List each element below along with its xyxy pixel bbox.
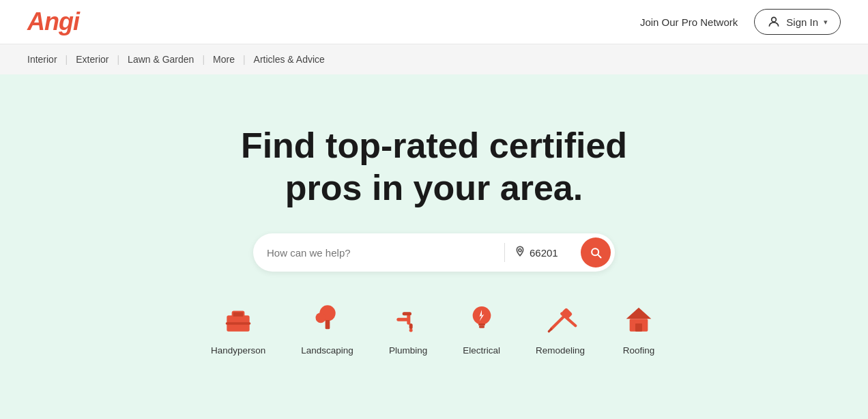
bulb-icon bbox=[463, 302, 500, 338]
nav-item-exterior[interactable]: Exterior bbox=[68, 54, 117, 65]
category-label-plumbing: Plumbing bbox=[389, 345, 427, 356]
category-label-handyperson: Handyperson bbox=[211, 345, 265, 356]
category-roofing[interactable]: Roofing bbox=[620, 302, 657, 356]
category-handyperson[interactable]: Handyperson bbox=[211, 302, 265, 356]
svg-rect-9 bbox=[407, 315, 410, 325]
category-label-remodeling: Remodeling bbox=[536, 345, 585, 356]
category-remodeling[interactable]: Remodeling bbox=[536, 302, 585, 356]
search-icon bbox=[589, 246, 603, 259]
search-bar bbox=[253, 233, 615, 272]
svg-rect-15 bbox=[478, 326, 484, 328]
category-label-roofing: Roofing bbox=[623, 345, 655, 356]
search-button[interactable] bbox=[581, 237, 611, 268]
category-label-landscaping: Landscaping bbox=[301, 345, 353, 356]
hero-title: Find top-rated certified pros in your ar… bbox=[241, 124, 627, 210]
header: Angi Join Our Pro Network Sign In ▾ bbox=[0, 0, 868, 44]
svg-point-12 bbox=[409, 329, 413, 332]
svg-rect-3 bbox=[233, 312, 244, 317]
location-section bbox=[515, 246, 574, 259]
svg-rect-11 bbox=[409, 323, 413, 329]
sign-in-button[interactable]: Sign In ▾ bbox=[754, 9, 841, 35]
category-landscaping[interactable]: Landscaping bbox=[301, 302, 353, 356]
search-input[interactable] bbox=[267, 247, 495, 259]
svg-rect-10 bbox=[403, 313, 411, 316]
svg-line-18 bbox=[549, 330, 551, 332]
location-input[interactable] bbox=[530, 247, 574, 259]
svg-rect-14 bbox=[478, 323, 485, 326]
navigation: Interior | Exterior | Lawn & Garden | Mo… bbox=[0, 44, 868, 74]
categories-row: Handyperson Landscaping bbox=[211, 302, 657, 356]
nav-item-interior[interactable]: Interior bbox=[27, 54, 66, 65]
join-network-link[interactable]: Join Our Pro Network bbox=[640, 16, 738, 28]
category-electrical[interactable]: Electrical bbox=[463, 302, 500, 356]
house-icon bbox=[620, 302, 657, 338]
briefcase-icon bbox=[220, 302, 257, 338]
svg-rect-23 bbox=[635, 323, 642, 332]
svg-point-0 bbox=[772, 17, 777, 22]
svg-rect-4 bbox=[226, 323, 251, 325]
hammer-icon bbox=[542, 302, 579, 338]
sign-in-label: Sign In bbox=[786, 16, 818, 28]
search-divider bbox=[504, 243, 505, 262]
svg-point-7 bbox=[315, 313, 326, 323]
header-right: Join Our Pro Network Sign In ▾ bbox=[640, 9, 841, 35]
svg-rect-6 bbox=[325, 320, 330, 329]
category-plumbing[interactable]: Plumbing bbox=[389, 302, 427, 356]
nav-item-lawn[interactable]: Lawn & Garden bbox=[119, 54, 202, 65]
chevron-down-icon: ▾ bbox=[824, 18, 828, 27]
faucet-icon bbox=[390, 302, 426, 338]
hero-section: Find top-rated certified pros in your ar… bbox=[0, 74, 868, 419]
location-pin-icon bbox=[515, 246, 525, 259]
nav-item-more[interactable]: More bbox=[205, 54, 243, 65]
nav-item-articles[interactable]: Articles & Advice bbox=[246, 54, 333, 65]
svg-point-1 bbox=[519, 249, 521, 252]
svg-marker-21 bbox=[626, 308, 652, 319]
category-label-electrical: Electrical bbox=[463, 345, 500, 356]
person-icon bbox=[767, 15, 781, 29]
logo[interactable]: Angi bbox=[27, 8, 79, 36]
tree-icon bbox=[309, 302, 346, 338]
